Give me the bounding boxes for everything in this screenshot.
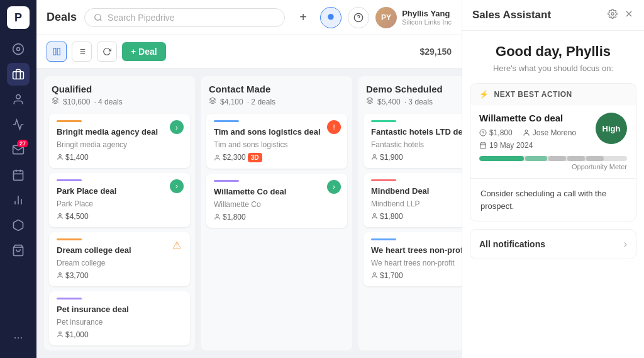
- svg-point-0: [13, 44, 24, 55]
- column-title-demo-scheduled: Demo Scheduled: [366, 84, 462, 94]
- sa-deal-title: Willamette Co deal: [479, 113, 576, 123]
- deal-card[interactable]: › Bringit media agency deal Bringit medi…: [49, 114, 190, 168]
- next-best-action-section: ⚡ NEXT BEST ACTION Willamette Co deal $1…: [470, 83, 636, 221]
- sa-suggestion: Consider scheduling a call with the pros…: [470, 178, 636, 221]
- settings-icon[interactable]: [608, 9, 618, 21]
- deal-card[interactable]: We heart trees non-profit deal We heart …: [364, 232, 462, 286]
- deal-card[interactable]: › Willamette Co deal Willamette Co $1,80…: [206, 174, 347, 228]
- sidebar-more-button[interactable]: ···: [7, 329, 30, 352]
- svg-point-26: [59, 273, 62, 276]
- sales-assistant-title: Sales Assistant: [472, 9, 608, 21]
- list-view-button[interactable]: [72, 42, 92, 62]
- section-label: NEXT BEST ACTION: [494, 90, 572, 99]
- deals-icon: [366, 97, 374, 106]
- sidebar-item-calendar[interactable]: [7, 164, 30, 186]
- overdue-badge: 3D: [248, 153, 262, 162]
- assistant-button[interactable]: [320, 7, 341, 28]
- opportunity-high-badge: High: [596, 113, 627, 144]
- svg-point-12: [95, 14, 101, 20]
- add-deal-button[interactable]: + Deal: [122, 42, 166, 61]
- question-icon: [353, 13, 364, 23]
- add-button[interactable]: +: [292, 7, 314, 28]
- card-footer: $1,900: [371, 153, 462, 162]
- svg-point-38: [525, 130, 528, 133]
- svg-point-32: [374, 273, 376, 276]
- column-meta-qualified: $10,600 · 4 deals: [52, 97, 187, 106]
- svg-line-13: [100, 19, 102, 21]
- deal-card[interactable]: › Fantastic hotels LTD deal Fantastic ho…: [364, 114, 462, 168]
- sidebar-item-contacts[interactable]: [7, 88, 30, 111]
- all-notifications-button[interactable]: All notifications ›: [470, 229, 636, 259]
- column-cards-contact-made: ! Tim and sons logistics deal Tim and so…: [201, 111, 352, 350]
- kanban-view-button[interactable]: [47, 42, 67, 62]
- topbar: Deals Search Pipedrive + PY Phyllis Yang…: [36, 0, 462, 35]
- svg-point-29: [216, 215, 219, 217]
- app-logo[interactable]: P: [7, 6, 30, 29]
- column-contact-made: Contact Made $4,100 · 2 deals ! Tim and …: [201, 76, 352, 350]
- svg-rect-2: [13, 72, 24, 79]
- sidebar-item-store[interactable]: [7, 239, 30, 262]
- card-title: Park Place deal: [57, 186, 182, 197]
- sidebar-item-mail[interactable]: 27: [7, 138, 30, 161]
- deals-icon: [209, 97, 216, 106]
- search-bar[interactable]: Search Pipedrive: [84, 8, 285, 27]
- card-title: Dream college deal: [57, 245, 182, 256]
- card-action-btn: [170, 298, 184, 311]
- sales-assistant-header: Sales Assistant: [462, 0, 644, 31]
- svg-point-3: [16, 95, 21, 99]
- card-action-btn[interactable]: ›: [170, 120, 184, 134]
- help-button[interactable]: [348, 7, 369, 28]
- sidebar-item-products[interactable]: [7, 214, 30, 237]
- sidebar: P 27 ···: [0, 0, 36, 358]
- svg-rect-17: [57, 48, 60, 55]
- card-title: We heart trees non-profit deal: [371, 245, 462, 256]
- column-header-qualified: Qualified $10,600 · 4 deals: [44, 76, 195, 111]
- sales-assistant-body: Good day, Phyllis Here's what you should…: [462, 31, 644, 358]
- sa-section-header: ⚡ NEXT BEST ACTION: [470, 84, 636, 105]
- close-icon[interactable]: [624, 9, 634, 21]
- deal-card[interactable]: Pet insurance deal Pet insurance $1,000: [49, 291, 190, 345]
- card-color-bar: [371, 238, 396, 240]
- column-amount: $4,100: [220, 98, 243, 106]
- card-color-bar: [57, 238, 82, 240]
- user-info-text: Phyllis Yang Silicon Links Inc: [402, 9, 452, 26]
- svg-point-31: [374, 214, 376, 216]
- card-company: Fantastic hotels: [371, 140, 462, 149]
- card-company: Tim and sons logistics: [214, 140, 340, 149]
- card-company: Pet insurance: [57, 318, 182, 327]
- card-color-bar: [371, 179, 396, 181]
- column-meta-contact-made: $4,100 · 2 deals: [209, 97, 345, 106]
- card-value: $2,300 3D: [214, 153, 262, 162]
- user-menu[interactable]: PY Phyllis Yang Silicon Links Inc: [375, 7, 452, 28]
- card-title: Willamette Co deal: [214, 187, 340, 198]
- sidebar-item-activity[interactable]: [7, 38, 30, 60]
- column-meta-demo-scheduled: $5,400 · 3 deals: [366, 97, 462, 106]
- opportunity-label: Opportunity Meter: [479, 163, 627, 171]
- sidebar-item-reports[interactable]: [7, 189, 30, 211]
- svg-point-28: [216, 155, 219, 157]
- card-warning-icon: ⚠: [170, 238, 184, 252]
- deal-card[interactable]: ! Tim and sons logistics deal Tim and so…: [206, 114, 347, 169]
- card-value: $1,800: [214, 213, 246, 221]
- card-title: Tim and sons logistics deal: [214, 127, 340, 138]
- card-action-btn[interactable]: ›: [327, 180, 341, 194]
- sidebar-item-campaigns[interactable]: [7, 113, 30, 136]
- sidebar-item-deals[interactable]: [7, 63, 30, 86]
- deal-card[interactable]: › Park Place deal Park Place $4,500: [49, 173, 190, 227]
- svg-point-27: [59, 332, 62, 334]
- column-demo-scheduled: Demo Scheduled $5,400 · 3 deals › Fantas…: [358, 76, 462, 350]
- svg-rect-4: [14, 171, 23, 180]
- user-company: Silicon Links Inc: [402, 18, 452, 26]
- sa-deal-owner: Jose Moreno: [523, 128, 576, 137]
- card-action-btn[interactable]: ›: [170, 179, 184, 193]
- card-value: $1,900: [371, 153, 403, 162]
- svg-rect-16: [53, 48, 56, 55]
- card-action-btn[interactable]: !: [327, 120, 341, 134]
- refresh-button[interactable]: [97, 42, 117, 62]
- deal-card[interactable]: Mindbend Deal Mindbend LLP $1,800: [364, 173, 462, 227]
- notifications-label: All notifications: [479, 239, 624, 249]
- card-company: Dream college: [57, 259, 182, 267]
- lightning-icon: ⚡: [479, 90, 489, 99]
- deal-card[interactable]: ⚠ Dream college deal Dream college $3,70…: [49, 232, 190, 286]
- column-count: · 3 deals: [404, 98, 433, 106]
